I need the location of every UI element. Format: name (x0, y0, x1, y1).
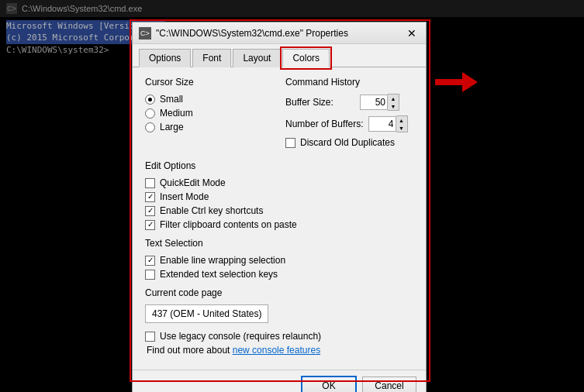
num-buffers-label: Number of Buffers: (285, 119, 364, 129)
radio-small[interactable]: Small (145, 94, 273, 105)
radio-small-btn[interactable] (145, 95, 155, 105)
radio-medium-label: Medium (160, 108, 193, 119)
dialog-titlebar: C> "C:\WINDOWS\System32\cmd.exe" Propert… (133, 22, 426, 44)
ok-button[interactable]: OK (302, 377, 356, 392)
edit-options-section: Edit Options QuickEdit Mode Insert Mode … (145, 160, 413, 230)
buffer-size-spinbox[interactable]: ▲ ▼ (360, 94, 399, 111)
extended-keys-row[interactable]: Extended text selection keys (145, 269, 413, 280)
buffer-size-label: Buffer Size: (285, 97, 355, 108)
filter-clipboard-checkbox[interactable] (145, 220, 155, 230)
text-selection-title: Text Selection (145, 238, 413, 249)
extended-keys-checkbox[interactable] (145, 270, 155, 280)
num-buffers-input[interactable] (368, 116, 396, 132)
num-buffers-row: Number of Buffers: ▲ ▼ (285, 115, 413, 132)
properties-dialog: C> "C:\WINDOWS\System32\cmd.exe" Propert… (132, 22, 427, 392)
discard-duplicates-row[interactable]: Discard Old Duplicates (285, 137, 413, 148)
radio-small-label: Small (160, 94, 183, 105)
tab-layout[interactable]: Layout (233, 49, 281, 67)
tab-colors[interactable]: Colors (282, 49, 330, 67)
cursor-size-title: Cursor Size (145, 77, 273, 88)
buffer-size-up[interactable]: ▲ (388, 95, 399, 102)
dialog-icon: C> (139, 27, 151, 40)
buffer-size-input[interactable] (360, 95, 388, 110)
tab-bar: Options Font Layout Colors (133, 44, 426, 67)
radio-large-label: Large (160, 122, 184, 132)
edit-options-title: Edit Options (145, 160, 413, 171)
line-wrap-row[interactable]: Enable line wrapping selection (145, 255, 413, 266)
radio-large[interactable]: Large (145, 122, 273, 132)
legacy-console-label: Use legacy console (requires relaunch) (160, 331, 321, 342)
num-buffers-spinbox[interactable]: ▲ ▼ (368, 115, 408, 132)
radio-large-btn[interactable] (145, 122, 155, 132)
code-page-title: Current code page (145, 287, 413, 298)
cursor-size-section: Cursor Size Small Medium Large (145, 77, 273, 151)
command-history-title: Command History (285, 77, 413, 88)
discard-duplicates-checkbox[interactable] (285, 138, 295, 148)
ctrl-shortcuts-row[interactable]: Enable Ctrl key shortcuts (145, 205, 413, 216)
quickedit-label: QuickEdit Mode (160, 177, 226, 188)
legacy-section: Use legacy console (requires relaunch) F… (145, 331, 413, 356)
insert-mode-checkbox[interactable] (145, 192, 155, 202)
close-button[interactable]: ✕ (404, 26, 420, 41)
line-wrap-checkbox[interactable] (145, 256, 155, 266)
command-history-section: Command History Buffer Size: ▲ ▼ Number … (285, 77, 413, 151)
radio-medium-btn[interactable] (145, 108, 155, 119)
buffer-size-row: Buffer Size: ▲ ▼ (285, 94, 413, 111)
quickedit-row[interactable]: QuickEdit Mode (145, 177, 413, 188)
extended-keys-label: Extended text selection keys (160, 269, 278, 280)
tab-options[interactable]: Options (139, 49, 191, 67)
insert-mode-row[interactable]: Insert Mode (145, 191, 413, 202)
tab-font[interactable]: Font (192, 49, 231, 67)
dialog-body: Cursor Size Small Medium Large (133, 67, 426, 370)
quickedit-checkbox[interactable] (145, 178, 155, 188)
code-page-value: 437 (OEM - United States) (145, 304, 268, 323)
num-buffers-up[interactable]: ▲ (396, 116, 407, 124)
buffer-size-down[interactable]: ▼ (388, 102, 399, 110)
line-wrap-label: Enable line wrapping selection (160, 255, 285, 266)
num-buffers-down[interactable]: ▼ (396, 124, 407, 132)
radio-medium[interactable]: Medium (145, 108, 273, 119)
legacy-console-checkbox[interactable] (145, 332, 155, 342)
ctrl-shortcuts-label: Enable Ctrl key shortcuts (160, 205, 263, 216)
ctrl-shortcuts-checkbox[interactable] (145, 206, 155, 216)
legacy-link-prefix: Find out more about (147, 345, 233, 356)
legacy-link-row: Find out more about new console features (147, 345, 413, 356)
buffer-size-spinner: ▲ ▼ (388, 94, 399, 111)
new-console-features-link[interactable]: new console features (233, 345, 320, 356)
num-buffers-spinner: ▲ ▼ (396, 115, 408, 132)
code-page-section: Current code page 437 (OEM - United Stat… (145, 287, 413, 331)
cursor-size-options: Small Medium Large (145, 94, 273, 132)
dialog-footer: OK Cancel (133, 370, 426, 392)
filter-clipboard-row[interactable]: Filter clipboard contents on paste (145, 219, 413, 230)
top-sections: Cursor Size Small Medium Large (145, 77, 413, 151)
discard-duplicates-label: Discard Old Duplicates (300, 137, 395, 148)
cancel-button[interactable]: Cancel (362, 377, 416, 392)
insert-mode-label: Insert Mode (160, 191, 209, 202)
legacy-console-row[interactable]: Use legacy console (requires relaunch) (145, 331, 413, 342)
text-selection-section: Text Selection Enable line wrapping sele… (145, 238, 413, 280)
filter-clipboard-label: Filter clipboard contents on paste (160, 219, 297, 230)
dialog-title: "C:\WINDOWS\System32\cmd.exe" Properties (156, 28, 404, 39)
